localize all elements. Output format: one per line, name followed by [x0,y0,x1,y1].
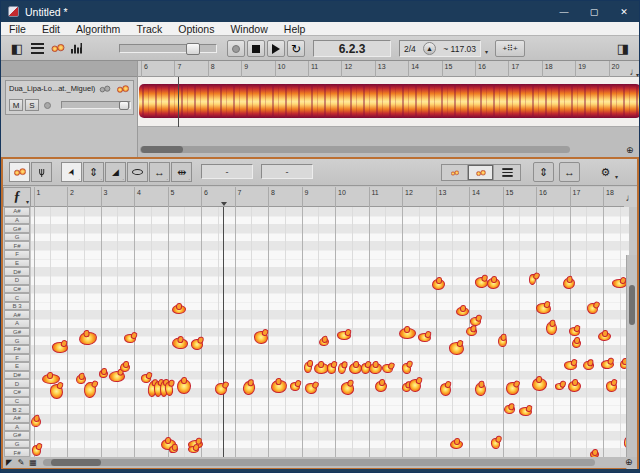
track-hscrollbar[interactable] [140,146,570,153]
editor-vscrollbar-thumb[interactable] [629,285,635,325]
pitch-label-f#[interactable]: F# [4,448,30,457]
pitch-label-d#[interactable]: D# [4,371,30,380]
tempo-dropdown[interactable]: ▾ [485,48,488,55]
pitch-label-g[interactable]: G [4,336,30,345]
main-tool-branch-button[interactable]: ⋔ [31,162,52,182]
note-blob[interactable] [490,437,500,449]
menu-edit[interactable]: Edit [34,23,68,35]
note-blob[interactable] [432,279,445,290]
note-blob[interactable] [190,338,203,350]
note-blob[interactable] [304,382,317,394]
menu-track[interactable]: Track [128,23,170,35]
record-button[interactable] [227,40,245,57]
right-panel-icon[interactable]: ◨ [615,41,631,55]
note-blob[interactable] [440,383,451,396]
stop-button[interactable] [247,40,265,57]
note-blob[interactable] [418,333,431,342]
note-blob[interactable] [572,339,581,348]
track-tile[interactable]: Dua_Lipa-Lo...at._Miguel) M S [5,80,134,115]
note-blob[interactable] [401,362,411,374]
pitch-label-a[interactable]: A [4,319,30,328]
note-blob[interactable] [99,370,108,378]
note-blob[interactable] [375,381,387,392]
note-blob[interactable] [340,381,354,395]
pitch-label-d[interactable]: D [4,276,30,285]
note-blob[interactable] [168,445,178,453]
note-blob[interactable] [254,331,268,344]
time-display[interactable]: 6.2.3 [313,40,391,57]
timing-tool-button[interactable]: ↔. [149,162,170,182]
time-signature[interactable]: 2/4 [404,44,416,54]
note-blob[interactable] [519,407,532,416]
clef-selector[interactable]: ƒ ▾ [3,187,31,207]
note-blob[interactable] [32,445,41,456]
editor-quantize-note-icon[interactable]: ♩ [624,187,637,207]
pitch-label-a#[interactable]: A# [4,414,30,423]
note-blob[interactable] [456,307,469,316]
pitch-label-d#[interactable]: D# [4,267,30,276]
note-blob[interactable] [586,302,598,314]
value-display-left[interactable]: - [201,164,253,179]
note-blob[interactable] [465,326,477,336]
editor-hscrollbar-thumb[interactable] [51,459,101,466]
note-blob[interactable] [124,334,136,343]
pitch-label-d[interactable]: D [4,379,30,388]
note-blob[interactable] [487,278,500,289]
view-mode-lanes[interactable] [494,165,520,180]
note-blob[interactable] [505,381,519,395]
editor-playhead-marker[interactable] [221,202,227,206]
settings-dropdown[interactable]: ▾ [615,173,618,180]
note-blob[interactable] [503,404,515,414]
note-blob[interactable] [612,279,627,288]
note-blob[interactable] [449,342,464,355]
track-lane[interactable] [138,77,640,127]
menu-options[interactable]: Options [170,23,222,35]
pitch-label-b3[interactable]: B 3 [4,302,30,311]
editor-playhead[interactable] [223,207,224,457]
horizontal-zoom-button[interactable]: ↔ [559,162,580,182]
formant-tool-button[interactable] [127,162,148,182]
settings-button[interactable]: ⚙ [595,162,616,182]
window-layout-icon[interactable]: ◧ [9,41,25,55]
note-blob[interactable] [606,381,617,392]
track-list-icon[interactable] [29,41,45,55]
note-blob[interactable] [497,335,507,347]
cycle-button[interactable]: ↻ [287,40,305,57]
editor-vscrollbar[interactable] [626,255,637,473]
track-volume-slider[interactable] [61,101,131,109]
note-blob-icon[interactable] [49,41,67,55]
note-blob[interactable] [474,276,488,288]
note-blob[interactable] [349,363,362,374]
pitch-label-a[interactable]: A [4,423,30,432]
title-bar[interactable]: Untitled * — ▢ ✕ [1,1,639,22]
menu-algorithm[interactable]: Algorithm [68,23,128,35]
note-blob[interactable] [532,378,547,391]
pitch-label-b2[interactable]: B 2 [4,405,30,414]
tempo-value[interactable]: ~ 117.03 [443,44,476,54]
note-blob[interactable] [474,382,486,396]
record-arm-led[interactable] [44,102,51,109]
audio-waveform-band[interactable] [139,84,640,118]
pitch-label-c#[interactable]: C# [4,388,30,397]
note-blob[interactable] [450,440,463,449]
pitch-label-a#[interactable]: A# [4,310,30,319]
status-grid-icon[interactable]: ▦ [27,458,39,468]
close-button[interactable]: ✕ [609,1,639,22]
separation-tool-button[interactable]: ⇹. [171,162,192,182]
pitch-label-c[interactable]: C [4,293,30,302]
note-blob[interactable] [600,359,614,369]
view-mode-blob-small[interactable] [442,165,468,180]
note-blob[interactable] [568,381,581,392]
track-volume-thumb[interactable] [119,101,129,110]
metronome-icon[interactable]: ▲ [423,42,436,55]
histogram-icon[interactable] [69,41,85,55]
note-blob[interactable] [545,321,557,335]
note-blob[interactable] [554,382,564,390]
note-blob[interactable] [50,384,63,399]
track-name[interactable]: Dua_Lipa-Lo...at._Miguel) [9,84,109,93]
pitch-label-f#[interactable]: F# [4,241,30,250]
note-assignment-button[interactable]: +⠿+ [495,40,525,57]
minimize-button[interactable]: — [549,1,579,22]
menu-file[interactable]: File [1,23,34,35]
maximize-button[interactable]: ▢ [579,1,609,22]
